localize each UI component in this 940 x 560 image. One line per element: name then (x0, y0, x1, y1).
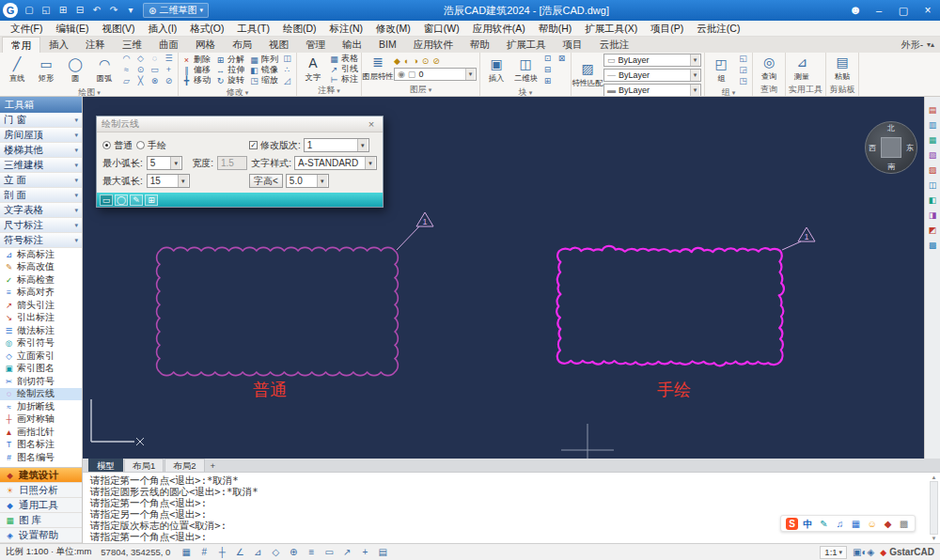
panel-toggle-icon[interactable]: ◧ (927, 194, 939, 206)
undo-icon[interactable]: ↶ (89, 2, 104, 19)
emoji-icon[interactable]: ☺ (866, 518, 878, 530)
sogou-input-icon[interactable]: S (786, 518, 798, 530)
sidebar-item[interactable]: ◇立面索引 (0, 350, 82, 363)
sidebar-group[interactable]: 文字表格▾ (0, 203, 82, 218)
dialog-close-button[interactable]: × (365, 118, 378, 130)
chevron-icon[interactable]: ▴ (931, 40, 934, 49)
keyboard-icon[interactable]: ▦ (850, 518, 862, 530)
panel-toggle-icon[interactable]: ▩ (927, 240, 939, 251)
maximize-button[interactable]: ▢ (891, 0, 916, 21)
ribbon-button[interactable]: ▨特性匹配 (574, 61, 601, 89)
status-toggle-icon[interactable]: ┼ (215, 546, 228, 559)
ribbon-button[interactable]: ⊢标注 (329, 74, 358, 85)
ribbon-button[interactable]: ↻旋转 (215, 75, 244, 86)
layout-tab[interactable]: 模型 (88, 459, 123, 472)
ribbon-mini-icon[interactable]: ⊗ (149, 76, 161, 86)
ribbon-mini-icon[interactable]: ≈ (120, 65, 133, 75)
ribbon-mini-icon[interactable]: ∴ (281, 65, 293, 75)
ribbon-mini-icon[interactable]: ◇ (134, 54, 147, 64)
sidebar-group[interactable]: 尺寸标注▾ (0, 218, 82, 233)
ribbon-mini-icon[interactable]: + (163, 65, 175, 75)
layer-tool-icon[interactable]: ◐ (404, 56, 409, 66)
sidebar-item[interactable]: ☰做法标注 (0, 324, 82, 337)
ribbon-mini-icon[interactable]: ▱ (120, 76, 133, 86)
workspace-selector[interactable]: ⊛ 二维草图 ▾ (143, 3, 209, 18)
sidebar-item[interactable]: ✓标高检查 (0, 273, 82, 287)
layer-tool-icon[interactable]: ⊙ (422, 56, 430, 66)
ribbon-tab[interactable]: 网格 (187, 37, 224, 53)
ribbon-button[interactable]: ◠圆弧 (91, 56, 118, 85)
ribbon-mini-icon[interactable]: ◿ (281, 76, 293, 86)
status-toggle-icon[interactable]: ▦ (180, 546, 193, 559)
scale-units-status[interactable]: 比例 1:100 · 单位:mm (6, 546, 91, 558)
radio-freehand[interactable]: 手绘 (136, 139, 166, 152)
layer-tool-icon[interactable]: ⊘ (432, 56, 440, 66)
appearance-dropdown[interactable]: 外形- (901, 38, 923, 53)
voice-input-icon[interactable]: ♫ (834, 518, 846, 530)
sidebar-item[interactable]: ▣索引图名 (0, 363, 82, 376)
sidebar-tab[interactable]: ◈设置帮助 (0, 528, 82, 543)
ribbon-tab[interactable]: 管理 (297, 37, 334, 53)
game-icon[interactable]: ◆ (882, 518, 894, 530)
ribbon-mini-icon[interactable]: ◫ (281, 54, 293, 64)
sidebar-item[interactable]: ✎标高改值 (0, 261, 82, 274)
status-toggle-icon[interactable]: ↗ (340, 546, 353, 559)
ribbon-mini-icon[interactable]: ▭ (149, 65, 161, 75)
bylayer-select[interactable]: ▬ByLayer▾ (603, 84, 701, 97)
bylayer-select[interactable]: —ByLayer▾ (603, 69, 701, 82)
ribbon-mini-icon[interactable]: ⊡ (541, 54, 554, 64)
panel-toggle-icon[interactable]: ◫ (927, 179, 939, 191)
print-icon[interactable]: ⊟ (72, 2, 87, 19)
ribbon-mini-icon[interactable]: ◠ (120, 54, 133, 64)
sidebar-tab[interactable]: ☀日照分析 (0, 483, 82, 498)
sidebar-item[interactable]: ┼画对称轴 (0, 413, 82, 427)
ribbon-tab[interactable]: 视图 (260, 37, 297, 53)
status-toggle-icon[interactable]: # (197, 546, 211, 559)
status-toggle-icon[interactable]: ⊿ (251, 546, 264, 559)
dialog-titlebar[interactable]: 绘制云线 × (97, 117, 383, 132)
menu-item[interactable]: 插入(I) (141, 21, 183, 37)
layer-tool-icon[interactable]: ◑ (413, 56, 417, 66)
handwriting-icon[interactable]: ✎ (818, 518, 830, 530)
freehand-cloud-icon[interactable]: ✎ (130, 194, 143, 206)
ribbon-button[interactable]: ◫二维块 (512, 56, 539, 85)
status-icon[interactable]: ◈ (868, 547, 875, 557)
sidebar-group[interactable]: 三维建模▾ (0, 158, 82, 173)
sidebar-item[interactable]: ↘引出标注 (0, 312, 82, 325)
menu-item[interactable]: 扩展工具(X) (578, 21, 644, 37)
bylayer-select[interactable]: ▭ByLayer▾ (603, 54, 701, 67)
revision-select[interactable]: 1 ▾ (304, 138, 369, 152)
ribbon-tab[interactable]: 常用 (2, 37, 40, 53)
ribbon-button[interactable]: A文字 (300, 55, 326, 84)
ribbon-mini-icon[interactable]: ⊘ (163, 76, 175, 86)
ribbon-tab[interactable]: BIM (370, 37, 405, 53)
menu-item[interactable]: 应用软件(A) (466, 21, 532, 37)
ribbon-button[interactable]: ▭矩形 (33, 56, 59, 85)
min-arc-select[interactable]: 5 ▾ (147, 156, 182, 170)
pick-cloud-icon[interactable]: ⊞ (145, 194, 158, 206)
sidebar-group[interactable]: 楼梯其他▾ (0, 143, 82, 158)
zoom-select[interactable]: 1:1 ▾ (820, 546, 847, 559)
ribbon-button[interactable]: ◎查询 (756, 54, 782, 83)
sidebar-group[interactable]: 剖 面▾ (0, 188, 82, 203)
panel-toggle-icon[interactable]: ▦ (927, 134, 939, 146)
view-cube[interactable]: 北 西 东 南 (865, 121, 917, 174)
text-height-button[interactable]: 字高< (249, 174, 283, 188)
status-toggle-icon[interactable]: ∠ (233, 546, 246, 559)
status-toggle-icon[interactable]: ▤ (376, 546, 389, 559)
ribbon-mini-icon[interactable]: ⊙ (134, 65, 147, 75)
add-layout-button[interactable]: + (206, 460, 221, 471)
ribbon-button[interactable]: ⊿测量 (789, 54, 815, 83)
menu-item[interactable]: 项目(P) (644, 21, 690, 37)
status-toggle-icon[interactable]: ⊕ (287, 546, 300, 559)
sidebar-item[interactable]: #图名编号 (0, 451, 82, 464)
status-toggle-icon[interactable]: ◇ (269, 546, 282, 559)
ribbon-tab[interactable]: 应用软件 (405, 37, 462, 53)
ribbon-tab[interactable]: 云批注 (591, 37, 638, 53)
menu-item[interactable]: 工具(T) (231, 21, 276, 37)
minimize-button[interactable]: – (867, 0, 891, 21)
ribbon-tab[interactable]: 项目 (555, 37, 591, 53)
max-arc-select[interactable]: 15 ▾ (147, 174, 190, 188)
ribbon-tab[interactable]: 插入 (40, 37, 77, 53)
close-button[interactable]: × (916, 0, 940, 21)
